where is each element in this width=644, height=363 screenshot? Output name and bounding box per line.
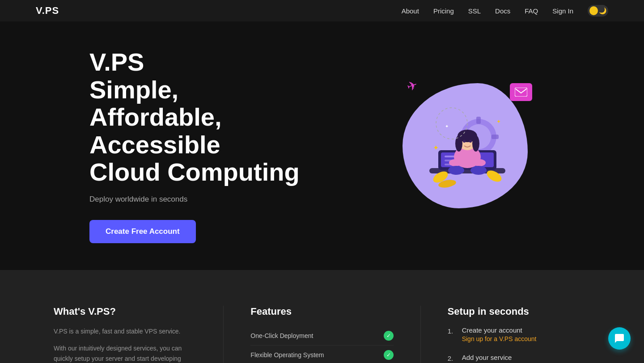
whats-title: What's V.PS? [54,306,196,317]
setup-step: 1. Create your account Sign up for a V.P… [448,326,590,343]
features-section: What's V.PS? V.PS is a simple, fast and … [0,270,644,363]
theme-toggle[interactable]: 🌙 [588,5,608,17]
svg-point-20 [473,159,486,166]
sun-icon [589,6,598,15]
check-icon: ✓ [384,350,394,360]
nav-logo[interactable]: V.PS [36,5,59,17]
chat-icon [614,333,625,344]
svg-text:✦: ✦ [496,118,501,125]
navbar: V.PS About Pricing SSL Docs FAQ Sign In … [0,0,644,21]
setup-step-num: 2. [448,355,457,362]
chat-bubble[interactable] [608,327,631,350]
svg-rect-5 [491,135,499,139]
hero-svg: ✦ ✦ ✦ [407,88,523,204]
features-list: One-Click Deployment✓Flexible Operating … [250,326,393,363]
hero-title: V.PS Simple, Affordable, Accessible Clou… [89,48,313,186]
features-title: Features [250,306,393,317]
feature-label: One-Click Deployment [250,332,313,339]
nav-link-docs[interactable]: Docs [495,7,510,15]
svg-point-15 [455,135,462,152]
whats-column: What's V.PS? V.PS is a simple, fast and … [54,306,214,363]
feature-list-item: Flexible Operating System✓ [250,346,393,363]
setup-step-content: Create your account Sign up for a V.PS a… [462,326,537,343]
svg-point-22 [470,166,487,175]
hero-right: ✈ [376,79,555,213]
svg-rect-30 [515,88,527,97]
feature-label: Flexible Operating System [250,351,324,359]
whats-desc2: With our intuitively designed services, … [54,343,196,363]
divider-2 [420,306,421,363]
setup-step: 2. Add your service Select a service and… [448,354,590,363]
divider-1 [223,306,224,363]
nav-link-pricing[interactable]: Pricing [433,7,454,15]
setup-step-label: Add your service [462,354,545,361]
setup-step-link[interactable]: Sign up for a V.PS account [462,335,537,342]
setup-title: Setup in seconds [448,306,590,317]
hero-subtitle: Deploy worldwide in seconds [89,195,313,204]
nav-link-signin[interactable]: Sign In [552,7,573,15]
setup-column: Setup in seconds 1. Create your account … [430,306,590,363]
setup-list: 1. Create your account Sign up for a V.P… [448,326,590,363]
svg-text:✦: ✦ [433,144,439,152]
svg-point-21 [448,166,464,175]
nav-links: About Pricing SSL Docs FAQ Sign In 🌙 [402,5,608,17]
whats-desc1: V.PS is a simple, fast and stable VPS se… [54,326,196,336]
svg-point-18 [469,140,472,143]
create-account-button[interactable]: Create Free Account [89,220,196,243]
nav-link-about[interactable]: About [402,7,419,15]
check-icon: ✓ [384,331,394,341]
svg-rect-2 [476,117,481,124]
svg-text:✦: ✦ [445,124,449,129]
nav-link-ssl[interactable]: SSL [468,7,481,15]
hero-illustration: ✈ [398,79,532,213]
features-column: Features One-Click Deployment✓Flexible O… [233,306,411,363]
feature-list-item: One-Click Deployment✓ [250,326,393,346]
moon-icon: 🌙 [599,7,606,14]
svg-point-17 [463,140,466,143]
hero-blob: ✦ ✦ ✦ [402,83,528,208]
setup-step-num: 1. [448,327,457,335]
nav-link-faq[interactable]: FAQ [525,7,538,15]
setup-step-label: Create your account [462,326,537,334]
svg-point-19 [449,159,462,166]
mail-icon [510,83,532,101]
svg-point-16 [472,135,479,152]
setup-step-content: Add your service Select a service and ch… [462,354,545,363]
hero-section: V.PS Simple, Affordable, Accessible Clou… [0,21,644,270]
hero-left: V.PS Simple, Affordable, Accessible Clou… [89,48,313,243]
